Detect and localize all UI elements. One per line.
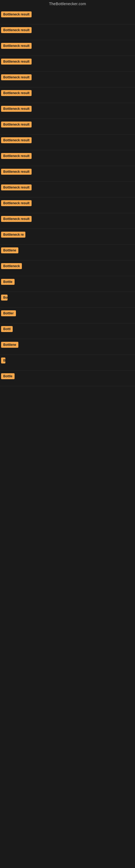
- bottleneck-result-badge[interactable]: Bottleneck result: [1, 200, 32, 206]
- bottleneck-result-badge[interactable]: Bottleneck result: [1, 27, 32, 33]
- bottleneck-result-badge[interactable]: Bottleneck re: [1, 231, 26, 238]
- list-item: Bottleneck result: [0, 72, 135, 87]
- list-item: Bottleneck result: [0, 56, 135, 72]
- bottleneck-result-badge[interactable]: Bottleneck result: [1, 43, 32, 49]
- bottleneck-result-badge[interactable]: Bottleneck: [1, 263, 22, 269]
- bottleneck-result-badge[interactable]: Bottlene: [1, 342, 18, 348]
- list-item: Bottle: [0, 371, 135, 386]
- list-item: Bottleneck result: [0, 87, 135, 103]
- list-item: Bottler: [0, 308, 135, 323]
- bottleneck-result-badge[interactable]: Bottleneck result: [1, 153, 32, 159]
- list-item: Bottle: [0, 276, 135, 292]
- bottleneck-result-badge[interactable]: Bottleneck result: [1, 59, 32, 65]
- list-item: B: [0, 355, 135, 371]
- bottleneck-result-badge[interactable]: Bottleneck result: [1, 137, 32, 143]
- list-item: Bottleneck result: [0, 166, 135, 182]
- bottleneck-result-badge[interactable]: Bo: [1, 294, 8, 301]
- list-item: Bo: [0, 292, 135, 308]
- bottleneck-result-badge[interactable]: Bottleneck result: [1, 90, 32, 96]
- list-item: Bottleneck result: [0, 197, 135, 213]
- bottleneck-result-badge[interactable]: Bottl: [1, 326, 13, 332]
- list-item: Bottlene: [0, 245, 135, 260]
- badges-list: Bottleneck resultBottleneck resultBottle…: [0, 9, 135, 386]
- bottleneck-result-badge[interactable]: Bottleneck result: [1, 106, 32, 112]
- list-item: Bottleneck result: [0, 103, 135, 119]
- bottleneck-result-badge[interactable]: Bottleneck result: [1, 122, 32, 127]
- list-item: Bottleneck result: [0, 40, 135, 56]
- list-item: Bottleneck re: [0, 229, 135, 245]
- bottleneck-result-badge[interactable]: B: [1, 358, 5, 364]
- list-item: Bottleneck result: [0, 134, 135, 150]
- bottleneck-result-badge[interactable]: Bottleneck result: [1, 11, 32, 18]
- bottleneck-result-badge[interactable]: Bottleneck result: [1, 184, 32, 190]
- list-item: Bottleneck result: [0, 9, 135, 24]
- bottleneck-result-badge[interactable]: Bottler: [1, 310, 16, 316]
- list-item: Bottl: [0, 323, 135, 339]
- list-item: Bottleneck result: [0, 150, 135, 166]
- list-item: Bottleneck result: [0, 213, 135, 229]
- list-item: Bottleneck: [0, 260, 135, 276]
- bottleneck-result-badge[interactable]: Bottle: [1, 279, 14, 285]
- list-item: Bottleneck result: [0, 24, 135, 40]
- bottleneck-result-badge[interactable]: Bottleneck result: [1, 169, 32, 175]
- bottleneck-result-badge[interactable]: Bottlene: [1, 247, 18, 253]
- site-header: TheBottlenecker.com: [0, 0, 135, 9]
- bottleneck-result-badge[interactable]: Bottleneck result: [1, 74, 32, 80]
- bottleneck-result-badge[interactable]: Bottle: [1, 373, 14, 379]
- list-item: Bottlene: [0, 339, 135, 355]
- list-item: Bottleneck result: [0, 119, 135, 134]
- list-item: Bottleneck result: [0, 182, 135, 197]
- bottleneck-result-badge[interactable]: Bottleneck result: [1, 216, 32, 222]
- site-title: TheBottlenecker.com: [0, 0, 135, 9]
